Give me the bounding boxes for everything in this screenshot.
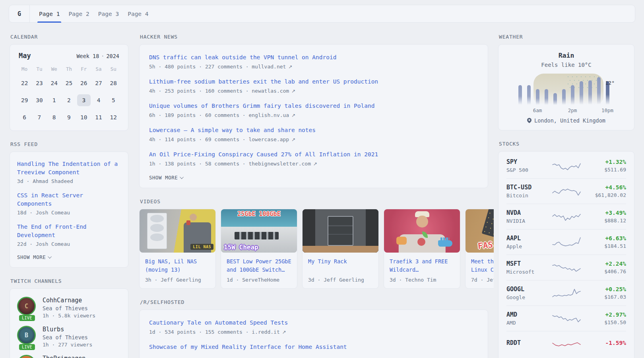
chevron-down-icon	[48, 255, 52, 259]
reddit-card: Cautionary Tale on Automated Speed Tests…	[139, 309, 488, 358]
hn-item-title[interactable]: DNS traffic can leak outside the VPN tun…	[149, 53, 478, 62]
stock-change: +4.56%	[595, 184, 626, 191]
stock-change: +2.97%	[604, 311, 626, 318]
stock-name: AMD	[506, 320, 551, 326]
stock-ticker: GOOGL	[506, 286, 551, 293]
external-link-icon: ↗	[313, 161, 317, 167]
left-column: CALENDAR May Week 18·2024 MoTuWeThFrSaSu…	[10, 34, 128, 358]
tab-page-1[interactable]: Page 1	[39, 5, 60, 22]
weather-feels-like: Feels like 10°C	[506, 62, 626, 68]
video-thumbnail[interactable]: 25GbE 100GbE 15W Cheap	[221, 209, 297, 253]
tab-page-2[interactable]: Page 2	[68, 5, 89, 22]
calendar-day: 23	[33, 77, 46, 89]
calendar-day: 12	[107, 111, 120, 123]
stock-row: NVDANVIDIA +3.49%$888.12	[506, 204, 626, 229]
hn-item: Lowercase – A simple way to take and sha…	[149, 126, 478, 142]
calendar-day: 8	[47, 111, 61, 123]
reddit-item: Cautionary Tale on Automated Speed Tests…	[149, 319, 478, 335]
reddit-item: Showcase of my Mixed Reality Interface f…	[149, 343, 478, 351]
twitch-channel-row[interactable]: B LIVE Blurbs Sea of Thieves 1h · 277 vi…	[17, 326, 121, 348]
reddit-item-title[interactable]: Showcase of my Mixed Reality Interface f…	[149, 343, 478, 351]
stock-row: AAPLApple +6.63%$184.51	[506, 229, 626, 255]
video-meta: 1d · ServeTheHome	[227, 277, 291, 283]
hn-item-meta: 1h · 138 points · 58 comments · thebigne…	[149, 161, 478, 167]
calendar-weekday: Tu	[32, 66, 47, 72]
stock-row: GOOGLGoogle +0.25%$167.03	[506, 280, 626, 305]
stock-name: Microsoft	[506, 269, 551, 275]
channel-viewers: 1h · 277 viewers	[43, 342, 92, 348]
calendar-day: 22	[18, 77, 31, 89]
app-logo[interactable]: G	[9, 5, 30, 22]
calendar-day-selected: 3	[77, 94, 91, 106]
calendar-day: 26	[77, 77, 91, 89]
stock-price: $184.51	[604, 243, 626, 249]
stock-ticker: AMD	[506, 311, 551, 318]
video-title[interactable]: Big NAS, Lil NAS (moving 13)	[145, 257, 210, 274]
rss-item-title[interactable]: The End of Front-End Development	[17, 223, 121, 239]
video-thumbnail[interactable]	[384, 209, 460, 253]
dot-separator: ·	[101, 53, 104, 59]
video-title[interactable]: BEST Low Power 25GbE and 100GbE Switch…	[227, 257, 291, 274]
hn-item-title[interactable]: Lithium-free sodium batteries exit the l…	[149, 78, 478, 86]
avatar: C	[17, 297, 36, 315]
twitch-widget: TWITCH CHANNELS C LIVE CohhCarnage Sea o…	[10, 278, 128, 358]
video-meta: 7d · Jeff	[471, 277, 494, 283]
rss-section-title: RSS FEED	[10, 141, 128, 147]
video-thumbnail[interactable]: LIL NAS	[140, 209, 215, 253]
weather-bar	[571, 85, 574, 105]
stock-price: $167.03	[604, 294, 626, 300]
rss-item: The End of Front-End Development 22d · J…	[17, 223, 121, 247]
hn-item: Unique volumes of Brothers Grimm fairy t…	[149, 102, 478, 118]
stock-price: $888.12	[604, 218, 626, 224]
rss-item-title[interactable]: Handling The Indentation of a Treeview C…	[17, 160, 121, 177]
stock-change: +0.25%	[604, 286, 626, 292]
stock-row: SPYS&P 500 +1.32%$511.69	[506, 153, 626, 178]
rss-show-more-button[interactable]: SHOW MORE	[17, 254, 121, 260]
weather-location: London, United Kingdom	[506, 117, 626, 124]
video-thumbnail[interactable]: FAS	[466, 209, 494, 253]
twitch-channel-row[interactable]: ThePrimeagen	[17, 355, 121, 358]
calendar-section-title: CALENDAR	[10, 34, 128, 40]
tab-page-3[interactable]: Page 3	[98, 5, 119, 22]
twitch-section-title: TWITCH CHANNELS	[10, 278, 128, 284]
stock-row: BTC-USDBitcoin +4.56%$61,820.02	[506, 178, 626, 204]
hn-item-title[interactable]: Unique volumes of Brothers Grimm fairy t…	[149, 102, 478, 110]
calendar-day: 25	[62, 77, 76, 89]
calendar-day: 2	[62, 94, 76, 106]
weather-bar	[518, 85, 522, 105]
hackernews-card: DNS traffic can leak outside the VPN tun…	[139, 44, 488, 188]
chevron-down-icon	[180, 175, 184, 179]
rss-item-title[interactable]: CSS in React Server Components	[17, 191, 121, 208]
external-link-icon: ↗	[288, 64, 292, 70]
tab-page-4[interactable]: Page 4	[128, 5, 148, 22]
video-meta: 3d · Jeff Geerling	[308, 277, 373, 283]
video-title[interactable]: Meet the Linux Clu	[471, 257, 494, 274]
hn-show-more-button[interactable]: SHOW MORE	[149, 175, 478, 181]
live-badge: LIVE	[19, 315, 35, 321]
hn-item-title[interactable]: An Oil Price-Fixing Conspiracy Caused 27…	[149, 150, 478, 159]
nav-bar: G Page 1 Page 2 Page 3 Page 4	[9, 5, 635, 23]
hackernews-section-title: HACKER NEWS	[140, 34, 488, 40]
external-link-icon: ↗	[291, 88, 295, 94]
calendar-day: 27	[92, 77, 105, 89]
calendar-week-year: Week 18·2024	[76, 53, 119, 59]
video-title[interactable]: Traefik 3 and FREE Wildcard…	[390, 257, 454, 274]
calendar-day: 30	[33, 94, 46, 106]
calendar-weekday: Su	[106, 66, 121, 72]
hn-item-title[interactable]: Lowercase – A simple way to take and sha…	[149, 126, 478, 134]
stock-row: RDDT -1.59%	[506, 331, 626, 356]
video-title[interactable]: My Tiny Rack	[308, 257, 373, 274]
video-thumbnail[interactable]	[303, 209, 378, 253]
calendar-weekday: Fr	[76, 66, 91, 72]
stock-sparkline	[551, 210, 582, 224]
twitch-channel-row[interactable]: C LIVE CohhCarnage Sea of Thieves 1h · 5…	[17, 297, 121, 319]
stocks-widget: STOCKS SPYS&P 500 +1.32%$511.69 BTC-USDB…	[498, 141, 634, 358]
channel-game: Sea of Thieves	[43, 305, 95, 311]
stock-ticker: MSFT	[506, 260, 551, 267]
video-card: My Tiny Rack 3d · Jeff Geerling	[302, 209, 379, 289]
reddit-item-title[interactable]: Cautionary Tale on Automated Speed Tests	[149, 319, 478, 327]
hackernews-widget: HACKER NEWS DNS traffic can leak outside…	[139, 34, 488, 188]
reddit-item-meta: 1d · 534 points · 155 comments · i.redd.…	[149, 329, 478, 335]
calendar-card: May Week 18·2024 MoTuWeThFrSaSu222324252…	[10, 44, 128, 131]
rss-card: Handling The Indentation of a Treeview C…	[10, 152, 128, 268]
